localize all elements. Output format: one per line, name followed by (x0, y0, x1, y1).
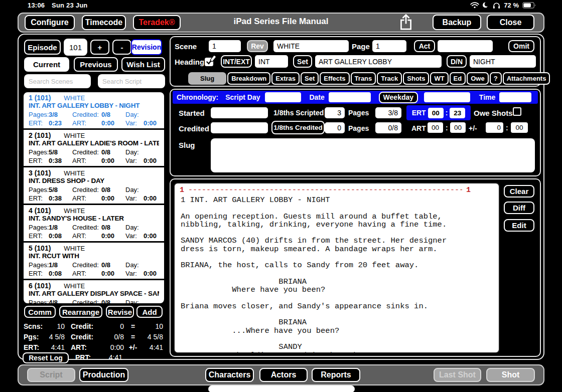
detail-tab--[interactable]: ? (490, 72, 502, 85)
heading-label: Heading (175, 58, 204, 66)
started-field[interactable] (211, 107, 268, 118)
scene-list-item[interactable]: 1 (101)WHITE INT. ART GALLERY LOBBY - NI… (24, 92, 164, 130)
slug-textarea[interactable] (211, 138, 535, 172)
day-night-field[interactable]: NIGHT (470, 55, 536, 68)
production-nav-button[interactable]: Production (79, 368, 128, 382)
scene-time-row: ERT:0:08 ART:0:00 Var:0:00 (29, 232, 159, 240)
backup-button[interactable]: Backup (433, 15, 481, 30)
owe-shots-checkbox[interactable] (513, 107, 521, 116)
set-button[interactable]: Set (293, 55, 312, 68)
credited-field[interactable] (211, 122, 268, 133)
comm-button[interactable]: Comm (24, 306, 56, 318)
reports-button[interactable]: Reports (312, 368, 360, 382)
omit-button[interactable]: Omit (508, 40, 534, 52)
date-field[interactable] (329, 92, 371, 102)
day-night-button[interactable]: D/N (447, 55, 467, 68)
script-day-field[interactable] (265, 92, 301, 102)
detail-tab-shots[interactable]: Shots (403, 72, 429, 85)
set-field[interactable]: ART GALLERY LOBBY (315, 55, 442, 68)
eighths-credited-button[interactable]: 1/8ths Credited (271, 121, 325, 134)
script-nav-button[interactable]: Script (27, 368, 75, 382)
episode-number-field[interactable]: 101 (64, 39, 87, 56)
scene-number-field[interactable]: 1 (209, 40, 241, 52)
pages-credited-field[interactable]: 0/8 (375, 122, 401, 133)
search-script-input[interactable] (98, 74, 165, 88)
pages-scripted-field[interactable]: 3/8 (375, 107, 401, 118)
last-shot-button[interactable]: Last Shot (434, 368, 481, 382)
detail-tab-wt[interactable]: WT (430, 72, 448, 85)
rearrange-button[interactable]: Rearrange (59, 306, 102, 318)
revision-button[interactable]: Revision (131, 39, 162, 55)
scene-time-row: ERT:0:38 ART:0:00 Var:0:00 (29, 157, 159, 164)
act-field[interactable] (438, 40, 493, 52)
detail-tab-attachments[interactable]: Attachments (503, 72, 550, 85)
scene-list-item[interactable]: 5 (101)WHITE INT. RCUT WITH Pages:1/8 Cr… (24, 243, 164, 280)
act-button[interactable]: Act (414, 40, 435, 52)
plus-minus-hours-field[interactable]: 0 (486, 122, 503, 133)
detail-tab-effects[interactable]: Effects (320, 72, 349, 85)
detail-tab-ed[interactable]: Ed (450, 72, 466, 85)
detail-tab-slug[interactable]: Slug (188, 72, 226, 85)
battery-icon (522, 2, 536, 9)
search-scenes-input[interactable] (24, 74, 91, 88)
actors-button[interactable]: Actors (259, 368, 308, 382)
share-button[interactable] (398, 14, 414, 32)
int-ext-field[interactable]: INT (255, 55, 288, 68)
pages-credited-label: Pages (348, 124, 369, 132)
weekday-button[interactable]: Weekday (379, 92, 418, 103)
episode-button[interactable]: Episode (24, 40, 61, 55)
detail-tab-trans[interactable]: Trans (351, 72, 376, 85)
diff-button[interactable]: Diff (504, 202, 534, 214)
timecode-button[interactable]: Timecode (82, 15, 126, 30)
revise-button[interactable]: Revise (106, 306, 134, 318)
configure-button[interactable]: Configure (25, 15, 75, 30)
scene-time-row: ERT:0:23 ART:0:00 Var:0:00 (29, 119, 159, 127)
checkbox-pencil-icon[interactable] (204, 55, 217, 68)
credited-label: Credited (179, 124, 209, 133)
script-page[interactable]: 1 --------------------------------------… (174, 182, 500, 353)
weekday-field[interactable] (424, 92, 470, 102)
close-button[interactable]: Close (487, 15, 534, 30)
scene-revision-color: WHITE (64, 207, 85, 215)
revision-color-field[interactable]: WHITE (273, 40, 349, 52)
eighths-scripted-field[interactable]: 3 (325, 107, 345, 118)
detail-tab-set[interactable]: Set (301, 72, 319, 85)
scene-list-item[interactable]: 6 (101)WHITE INT. ART GALLERY DISPLAY SP… (24, 280, 164, 304)
eighths-credited-field[interactable]: 0 (325, 122, 345, 133)
art-hours-field[interactable]: 00 (428, 122, 443, 133)
scene-list-item[interactable]: 4 (101)WHITE INT. SANDY'S HOUSE - LATER … (24, 205, 164, 243)
tab-previous[interactable]: Previous (74, 57, 118, 72)
detail-tab-track[interactable]: Track (377, 72, 402, 85)
status-bar: 13:06 Sun 23 Jun 72 % (0, 0, 562, 11)
ert-minutes-field[interactable]: 23 (450, 108, 465, 118)
scene-list[interactable]: 1 (101)WHITE INT. ART GALLERY LOBBY - NI… (23, 91, 165, 304)
characters-button[interactable]: Characters (205, 368, 254, 382)
tab-wish-list[interactable]: Wish List (121, 57, 165, 72)
episode-plus-button[interactable]: + (90, 40, 109, 55)
tab-current[interactable]: Current (24, 57, 69, 72)
plus-minus-minutes-field[interactable]: 00 (511, 122, 528, 133)
time-field[interactable] (499, 92, 531, 102)
rev-button[interactable]: Rev (247, 40, 268, 52)
scene-list-item[interactable]: 3 (101)WHITE INT. DRESS SHOP - DAY Pages… (24, 167, 164, 205)
scene-revision-color: WHITE (64, 94, 85, 102)
ert-label: ERT (412, 109, 426, 117)
edit-button[interactable]: Edit (504, 219, 534, 232)
scene-list-item[interactable]: 2 (101)WHITE INT. ART GALLERY LADIE'S RO… (24, 130, 164, 167)
art-minutes-field[interactable]: 00 (450, 122, 466, 133)
detail-tab-extras[interactable]: Extras (271, 72, 300, 85)
clear-button[interactable]: Clear (504, 185, 534, 198)
scene-time-row: ERT:0:38 ART:0:00 Var:0:00 (29, 194, 159, 202)
reset-log-button[interactable]: Reset Log (23, 352, 69, 363)
detail-tab-owe[interactable]: Owe (467, 72, 488, 85)
episode-minus-button[interactable]: - (112, 40, 131, 55)
ert-hours-field[interactable]: 00 (428, 108, 444, 118)
page-field[interactable]: 1 (372, 40, 406, 52)
add-button[interactable]: Add (136, 306, 163, 318)
int-ext-button[interactable]: INT/EXT (221, 55, 252, 68)
totals-row: Pgs:4 5/8 Credit:0/8 =4 5/8 (24, 332, 163, 342)
shot-button[interactable]: Shot (486, 368, 535, 382)
share-icon (399, 14, 413, 30)
teradek-button[interactable]: Teradek® (133, 15, 181, 30)
detail-tab-breakdown[interactable]: Breakdown (227, 72, 270, 85)
